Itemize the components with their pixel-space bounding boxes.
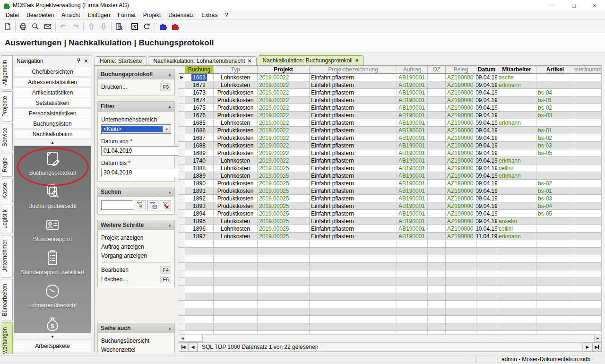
cell-mitarbeiter[interactable] (497, 202, 536, 210)
cell-projekt[interactable]: 2019.00025 (258, 165, 310, 172)
cell-auftrag[interactable]: AB190001 (397, 89, 428, 96)
cell-projektbezeichnung[interactable]: Einfahrt pflastern (310, 104, 397, 112)
cell-buchung[interactable] (185, 263, 214, 270)
cell-bestellnummer[interactable] (574, 240, 602, 248)
row-selector[interactable] (179, 202, 185, 210)
cell-artikel[interactable] (536, 172, 574, 180)
row-selector[interactable] (179, 316, 185, 323)
nav-group-buchungslisten[interactable]: Buchungslisten (14, 119, 91, 129)
row-selector[interactable] (179, 142, 185, 149)
section-header[interactable]: Buchungsprotokoll ▲ (98, 69, 174, 79)
cell-auftrag[interactable]: AB190001 (397, 180, 428, 187)
table-row[interactable]: ▶1663Lohnkosten2019.00022Einfahrt pflast… (179, 74, 602, 81)
cell-oz[interactable] (428, 278, 446, 286)
cell-typ[interactable]: Produktkosten (214, 202, 258, 210)
cell-beleg[interactable]: AZ190000 (446, 172, 476, 180)
cell-projekt[interactable]: 2019.00022 (258, 89, 310, 96)
table-row[interactable]: 1686Produktkosten2019.00022Einfahrt pfla… (179, 127, 602, 134)
table-row[interactable]: 1888Lohnkosten2019.00025Einfahrt pflaste… (179, 165, 602, 172)
cell-bestellnummer[interactable] (574, 119, 602, 127)
nav-group-personalstatistiken[interactable]: Personalstatistiken (14, 108, 91, 118)
cell-buchung[interactable] (185, 248, 214, 255)
cell-beleg[interactable]: AZ190000 (446, 202, 476, 210)
cell-typ[interactable] (214, 331, 258, 334)
cell-mitarbeiter[interactable]: cellini (497, 165, 536, 172)
table-row[interactable]: 1893Produktkosten2019.00025Einfahrt pfla… (179, 202, 602, 210)
menu-hilfe[interactable]: ? (221, 11, 232, 19)
cell-oz[interactable] (428, 240, 446, 248)
module-tab-logistik[interactable]: Logistik (1, 205, 13, 234)
cell-oz[interactable] (428, 149, 446, 157)
cell-beleg[interactable]: AZ190000 (446, 180, 476, 187)
cell-bestellnummer[interactable] (574, 74, 602, 81)
cell-beleg[interactable]: AZ190000 (446, 119, 476, 127)
cell-mitarbeiter[interactable]: cellini (497, 225, 536, 233)
cell-oz[interactable] (428, 331, 446, 334)
table-row[interactable]: 1894Produktkosten2019.00025Einfahrt pfla… (179, 210, 602, 217)
tab-lohnartenuebersicht[interactable]: Nachkalkulation: Lohnartenübersicht × (148, 56, 256, 65)
cell-oz[interactable] (428, 233, 446, 240)
cell-auftrag[interactable]: AB190001 (397, 96, 428, 104)
cell-artikel[interactable]: bs-04 (536, 202, 574, 210)
cell-mitarbeiter[interactable]: anselm (497, 217, 536, 225)
cell-artikel[interactable] (536, 119, 574, 127)
cell-auftrag[interactable]: AB190001 (397, 127, 428, 134)
cell-bestellnummer[interactable] (574, 81, 602, 89)
business-area-select[interactable]: <Kein> ▼ (101, 124, 171, 134)
cell-auftrag[interactable] (397, 278, 428, 286)
cell-buchung[interactable] (185, 255, 214, 263)
cell-projektbezeichnung[interactable]: Einfahrt pflastern (310, 142, 397, 149)
row-selector[interactable] (179, 165, 185, 172)
cell-buchung[interactable]: 1674 (185, 96, 214, 104)
plugin-red-icon[interactable] (169, 21, 181, 32)
cell-beleg[interactable] (446, 293, 476, 301)
cell-auftrag[interactable] (397, 316, 428, 323)
cell-projektbezeichnung[interactable]: Einfahrt pflastern (310, 127, 397, 134)
cell-oz[interactable] (428, 248, 446, 255)
cell-datum[interactable]: 09.04.19 (476, 96, 497, 104)
cell-auftrag[interactable] (397, 293, 428, 301)
cell-projekt[interactable]: 2019.00025 (258, 202, 310, 210)
previous-record-button[interactable]: ◀ (188, 342, 198, 352)
cell-beleg[interactable] (446, 240, 476, 248)
table-row[interactable]: 1685Lohnkosten2019.00022Einfahrt pflaste… (179, 119, 602, 127)
cell-oz[interactable] (428, 293, 446, 301)
cell-typ[interactable]: Produktkosten (214, 104, 258, 112)
cell-projekt[interactable] (258, 240, 310, 248)
row-selector[interactable] (179, 233, 185, 240)
cell-beleg[interactable]: AZ190000 (446, 217, 476, 225)
report-preview-icon[interactable] (113, 21, 125, 32)
cell-buchung[interactable] (185, 316, 214, 323)
cell-mitarbeiter[interactable] (497, 248, 536, 255)
cell-projektbezeichnung[interactable]: Einfahrt pflastern (310, 233, 397, 240)
row-selector[interactable] (179, 89, 185, 96)
cell-projekt[interactable]: 2019.00025 (258, 195, 310, 202)
cell-projektbezeichnung[interactable] (310, 286, 397, 293)
cell-beleg[interactable] (446, 263, 476, 270)
cell-buchung[interactable] (185, 331, 214, 334)
cell-artikel[interactable] (536, 293, 574, 301)
cell-projektbezeichnung[interactable] (310, 278, 397, 286)
cell-artikel[interactable] (536, 323, 574, 331)
cell-bestellnummer[interactable] (574, 165, 602, 172)
cell-typ[interactable]: Produktkosten (214, 195, 258, 202)
cell-artikel[interactable]: bs-02 (536, 104, 574, 112)
cell-mitarbeiter[interactable] (497, 270, 536, 278)
cell-artikel[interactable]: bs-01 (536, 96, 574, 104)
cell-artikel[interactable]: bs-05 (536, 149, 574, 157)
cell-buchung[interactable]: 1897 (185, 233, 214, 240)
cell-datum[interactable] (476, 316, 497, 323)
cell-buchung[interactable]: 1689 (185, 149, 214, 157)
cell-buchung[interactable] (185, 278, 214, 286)
cell-beleg[interactable] (446, 255, 476, 263)
cell-typ[interactable] (214, 270, 258, 278)
row-selector[interactable] (179, 149, 185, 157)
cell-datum[interactable]: 09.04.19 (476, 195, 497, 202)
table-row[interactable] (179, 331, 602, 334)
table-row[interactable]: 1897Lohnkosten2019.00025Einfahrt pflaste… (179, 233, 602, 240)
table-row[interactable] (179, 248, 602, 255)
cell-beleg[interactable]: AZ190000 (446, 142, 476, 149)
cell-oz[interactable] (428, 323, 446, 331)
cell-buchung[interactable] (185, 270, 214, 278)
cell-datum[interactable]: 09.04.19 (476, 210, 497, 217)
